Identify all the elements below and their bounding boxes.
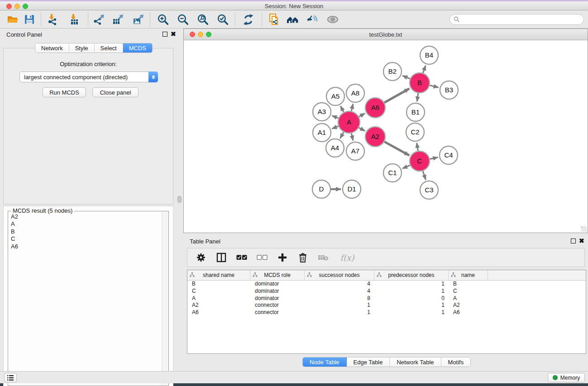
tab-edge-table[interactable]: Edge Table (347, 357, 390, 367)
graph-node-B[interactable]: B (410, 73, 430, 93)
column-header-predecessor-nodes[interactable]: predecessor nodes (374, 270, 449, 280)
unselect-all-columns-button[interactable] (257, 252, 268, 263)
graph-node-A7[interactable]: A7 (346, 142, 364, 160)
network-canvas[interactable]: AA1A2A3A4A5A6A7A8BB1B2B3B4CC1C2C3C4DD1 (184, 40, 588, 233)
graph-node-D[interactable]: D (312, 180, 330, 198)
mcds-result-item[interactable]: A (9, 220, 162, 228)
zoom-out-button[interactable] (175, 12, 191, 27)
table-row[interactable]: Bdominator41B (187, 281, 586, 288)
import-network-button[interactable] (44, 12, 60, 27)
graph-edge-C-C3[interactable] (423, 171, 425, 180)
close-panel-icon[interactable]: ✖ (171, 30, 176, 38)
graphics-details-button[interactable] (304, 12, 320, 27)
tab-network-table[interactable]: Network Table (390, 357, 441, 367)
table-options-button[interactable] (196, 252, 206, 263)
graph-edge-A-A3[interactable] (332, 116, 338, 118)
tab-node-table[interactable]: Node Table (303, 357, 347, 367)
optimization-select[interactable]: largest connected component (directed) (19, 71, 158, 82)
network-window-titlebar[interactable]: testGlobe.txt (184, 29, 588, 40)
graph-edge-A-A4[interactable] (340, 132, 344, 138)
graph-node-C4[interactable]: C4 (440, 146, 458, 164)
table-row[interactable]: A2connector11A2 (187, 302, 586, 309)
graph-edge-B-B4[interactable] (423, 66, 425, 73)
graph-node-A8[interactable]: A8 (346, 84, 364, 102)
zoom-fit-button[interactable] (195, 12, 211, 27)
network-graph[interactable]: AA1A2A3A4A5A6A7A8BB1B2B3B4CC1C2C3C4DD1 (184, 40, 588, 233)
column-header-successor-nodes[interactable]: successor nodes (305, 270, 374, 280)
mcds-result-item[interactable]: B (9, 228, 162, 235)
control-panel-scrollbar-thumb[interactable] (177, 196, 182, 203)
graph-edge-C-C4[interactable] (430, 157, 438, 159)
float-panel-icon[interactable] (163, 32, 167, 37)
export-image-button[interactable] (130, 12, 147, 27)
column-header-name[interactable]: name (449, 270, 488, 280)
graph-edge-C-C1[interactable] (402, 165, 410, 168)
search-input[interactable] (460, 16, 583, 23)
graph-edge-B-B2[interactable] (402, 76, 410, 79)
tab-motifs[interactable]: Motifs (441, 357, 471, 367)
graph-node-A2[interactable]: A2 (365, 127, 385, 147)
graph-node-D1[interactable]: D1 (343, 180, 361, 198)
graph-edge-A6-B[interactable] (384, 89, 409, 103)
window-resize-grip[interactable] (581, 226, 587, 232)
graph-edge-C-C2[interactable] (417, 143, 418, 151)
graph-node-C2[interactable]: C2 (406, 123, 424, 141)
column-header-shared-name[interactable]: shared name (187, 270, 250, 280)
mcds-result-item[interactable]: A2 (9, 213, 162, 220)
export-network-button[interactable] (91, 12, 107, 27)
graph-node-C[interactable]: C (410, 151, 430, 171)
tab-network[interactable]: Network (35, 43, 69, 52)
graph-edge-B-B1[interactable] (417, 93, 418, 101)
zoom-selected-button[interactable] (215, 12, 231, 27)
graph-edge-A-A5[interactable] (340, 106, 344, 112)
delete-column-button[interactable] (297, 252, 308, 263)
graph-edge-A-A7[interactable] (351, 133, 353, 140)
graph-node-B3[interactable]: B3 (440, 81, 458, 99)
search-field[interactable] (449, 14, 584, 25)
show-column-button[interactable] (216, 252, 227, 263)
refresh-button[interactable] (240, 12, 256, 27)
graph-edge-A-A1[interactable] (332, 126, 338, 129)
mcds-result-item[interactable]: C (9, 235, 162, 243)
graph-node-B2[interactable]: B2 (383, 62, 402, 81)
graph-node-A5[interactable]: A5 (326, 87, 344, 105)
graph-node-B1[interactable]: B1 (406, 103, 425, 121)
graph-node-A6[interactable]: A6 (365, 98, 385, 118)
graph-node-B4[interactable]: B4 (420, 46, 438, 64)
graph-edge-A2-C[interactable] (384, 142, 409, 155)
import-table-button[interactable] (66, 12, 82, 27)
export-table-button[interactable] (110, 12, 126, 27)
create-column-button[interactable] (277, 252, 288, 263)
graph-node-C1[interactable]: C1 (383, 164, 402, 182)
mcds-result-item[interactable]: A6 (9, 243, 162, 250)
table-row[interactable]: Adominator80A (187, 295, 586, 302)
task-history-button[interactable] (4, 373, 17, 382)
graph-node-A[interactable]: A (338, 111, 360, 133)
result-list-scrollbar[interactable] (162, 212, 168, 385)
column-header-MCDS-role[interactable]: MCDS role (250, 270, 305, 280)
graph-edge-A-A2[interactable] (359, 128, 365, 131)
show-hide-button[interactable] (325, 12, 341, 27)
graph-edge-A-A8[interactable] (351, 104, 353, 111)
tab-mcds[interactable]: MCDS (123, 43, 152, 52)
tab-select[interactable]: Select (95, 43, 123, 52)
table-row[interactable]: Cdominator41C (187, 288, 586, 295)
save-session-button[interactable] (21, 12, 38, 27)
zoom-in-button[interactable] (155, 12, 171, 27)
duplicate-network-button[interactable] (266, 12, 282, 27)
close-panel-icon[interactable]: ✖ (579, 237, 584, 244)
graph-edge-B-B3[interactable] (430, 85, 438, 87)
graph-node-A3[interactable]: A3 (313, 103, 331, 121)
graph-node-A4[interactable]: A4 (326, 139, 344, 157)
graph-edge-A-A6[interactable] (359, 114, 365, 117)
close-panel-button[interactable]: Close panel (92, 87, 139, 97)
tab-style[interactable]: Style (69, 43, 95, 52)
memory-button[interactable]: Memory (548, 373, 585, 382)
select-all-columns-button[interactable] (236, 252, 247, 263)
open-session-button[interactable] (5, 12, 21, 27)
table-row[interactable]: A6connector11A6 (187, 309, 586, 316)
graph-node-C3[interactable]: C3 (420, 181, 438, 199)
home-view-button[interactable] (285, 12, 301, 27)
float-panel-icon[interactable] (571, 238, 576, 243)
graph-node-A1[interactable]: A1 (313, 124, 331, 142)
